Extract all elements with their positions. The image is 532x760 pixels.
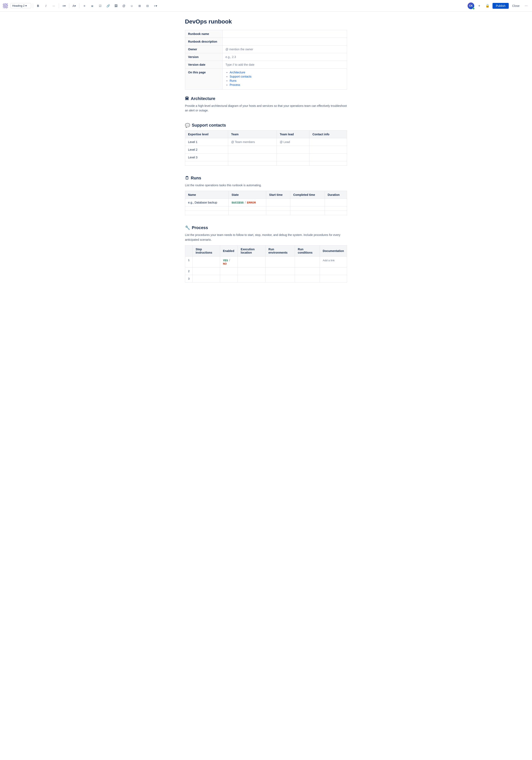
support-expertise-2: Level 2 [185,146,228,153]
insert-more-icon: + [154,4,155,8]
bullet-list-button[interactable]: ≡ [81,3,88,9]
table-row: Runbook name [185,30,347,38]
process-instructions-2 [193,267,220,275]
numbered-list-button[interactable]: ≣ [89,3,96,9]
process-description: List the procedures your team needs to f… [185,233,347,242]
more-formatting-button[interactable]: ··· [51,3,57,9]
info-value-version-date[interactable]: Type // to add the date [223,61,347,69]
info-value-on-this-page: Architecture Support contacts Runs Proce… [223,69,347,90]
bold-icon: B [37,4,39,8]
info-value-runbook-desc[interactable] [223,38,347,46]
info-table: Runbook name Runbook description Owner @… [185,30,347,90]
bold-button[interactable]: B [35,3,41,9]
col-header-name: Name [185,191,229,199]
col-header-environments: Run environments [265,245,295,256]
numbered-list-icon: ≣ [91,4,94,8]
col-header-lead: Team lead [277,130,309,138]
support-contact-1 [309,138,347,146]
overflow-icon: ··· [525,4,527,8]
process-environments-1 [265,256,295,267]
toc-link-process[interactable]: Process [230,83,240,86]
layout-button[interactable]: ⊟ [144,3,151,9]
image-icon: 🖼 [114,4,117,8]
emoji-button[interactable]: ☺ [128,3,135,9]
add-link-1[interactable]: Add a link [323,259,334,262]
support-contact-4 [309,161,347,166]
add-collaborator-button[interactable]: + [476,3,483,9]
run-state-1: SUCCESS / ERROR [229,199,266,207]
avatar-online-badge [472,8,475,10]
architecture-description: Provide a high-level architectural diagr… [185,104,347,113]
runs-description: List the routine operations tasks this r… [185,183,347,187]
lock-button[interactable]: 🔒 [484,3,491,9]
align-button[interactable]: ≡ ▾ [61,3,67,9]
process-instructions-3 [193,275,220,282]
layout-icon: ⊟ [146,4,149,8]
info-label-version-date: Version date [185,61,223,69]
insert-more-button[interactable]: + ▾ [152,3,159,9]
table-button[interactable]: ⊞ [136,3,143,9]
info-value-version[interactable]: e.g., 2.3 [223,53,347,61]
architecture-heading: 🏛 Architecture [185,96,347,101]
task-list-icon: ☑ [99,4,102,8]
runs-section: 🗒 Runs List the routine operations tasks… [185,176,347,215]
process-execution-1 [238,256,266,267]
col-header-instructions: Step instructions [193,245,220,256]
info-value-runbook-name[interactable] [223,30,347,38]
publish-button[interactable]: Publish [493,3,509,9]
heading-selector-label: Heading 2 [12,4,24,7]
avatar-initials: CK [469,4,473,7]
run-start-3 [266,211,290,215]
info-value-owner[interactable]: @ mention the owner [223,46,347,53]
info-label-version: Version [185,53,223,61]
heading-selector[interactable]: Heading 2 ▾ [10,3,31,8]
process-conditions-1 [295,256,320,267]
process-instructions-1 [193,256,220,267]
support-team-1: @ Team members [228,138,277,146]
close-button[interactable]: Close [510,3,521,9]
table-row: 3 [185,275,347,282]
support-team-3 [228,153,277,161]
architecture-section: 🏛 Architecture Provide a high-level arch… [185,96,347,113]
avatar[interactable]: CK [467,3,474,9]
more-icon: ··· [53,4,55,8]
col-header-expertise: Expertise level [185,130,228,138]
overflow-menu-button[interactable]: ··· [523,3,529,9]
table-row: 1 YES / NO Add a link [185,256,347,267]
table-header-row: Expertise level Team Team lead Contact i… [185,130,347,138]
run-completed-3 [290,211,325,215]
info-label-runbook-name: Runbook name [185,30,223,38]
table-row: Version date Type // to add the date [185,61,347,69]
process-table: Step instructions Enabled Execution loca… [185,245,347,282]
col-header-duration: Duration [325,191,347,199]
color-chevron-icon: ▾ [74,4,76,8]
table-header-row: Name State Start time Completed time Dur… [185,191,347,199]
no-badge: NO [223,262,227,265]
list-item: Runs [230,79,344,82]
toc-link-runs[interactable]: Runs [230,79,237,82]
toc-link-support[interactable]: Support contacts [230,75,251,78]
support-heading: 💬 Support contacts [185,123,347,128]
success-badge: SUCCESS [232,201,244,204]
support-contact-2 [309,146,347,153]
col-header-completed: Completed time [290,191,325,199]
runs-table: Name State Start time Completed time Dur… [185,191,347,215]
close-label: Close [512,4,519,8]
italic-button[interactable]: I [43,3,49,9]
mention-button[interactable]: @ [120,3,127,9]
table-row [185,211,347,215]
toc-link-architecture[interactable]: Architecture [230,71,245,74]
table-row: Level 3 [185,153,347,161]
task-list-button[interactable]: ☑ [97,3,104,9]
support-lead-2 [277,146,309,153]
runs-heading-text: Runs [191,176,201,180]
link-button[interactable]: 🔗 [105,3,111,9]
color-button[interactable]: A ▾ [71,3,77,9]
support-expertise-4 [185,161,228,166]
table-row: Level 1 @ Team members @ Lead [185,138,347,146]
table-header-row: Step instructions Enabled Execution loca… [185,245,347,256]
col-header-execution: Execution location [238,245,266,256]
process-heading-text: Process [192,225,208,230]
image-button[interactable]: 🖼 [112,3,119,9]
run-state-3 [229,211,266,215]
